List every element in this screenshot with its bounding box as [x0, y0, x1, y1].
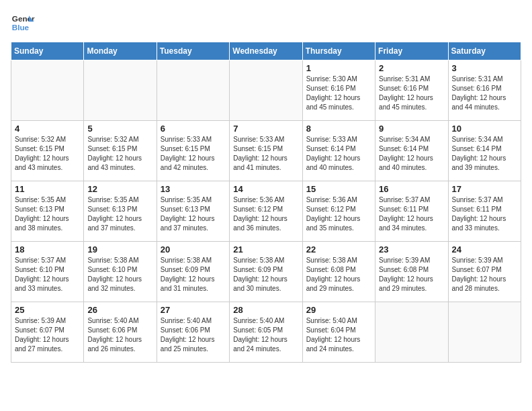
day-info: Sunrise: 5:35 AM Sunset: 6:13 PM Dayligh… [15, 195, 80, 233]
calendar-cell: 20Sunrise: 5:38 AM Sunset: 6:09 PM Dayli… [157, 242, 229, 302]
day-number: 6 [161, 124, 226, 134]
calendar-cell: 8Sunrise: 5:33 AM Sunset: 6:14 PM Daylig… [302, 121, 375, 181]
day-number: 18 [15, 244, 80, 255]
svg-text:General: General [12, 14, 35, 23]
day-number: 9 [379, 124, 444, 134]
day-number: 19 [87, 244, 152, 255]
day-info: Sunrise: 5:34 AM Sunset: 6:14 PM Dayligh… [379, 135, 444, 173]
day-info: Sunrise: 5:32 AM Sunset: 6:15 PM Dayligh… [87, 135, 152, 173]
day-info: Sunrise: 5:35 AM Sunset: 6:13 PM Dayligh… [161, 195, 226, 233]
calendar-cell: 1Sunrise: 5:30 AM Sunset: 6:16 PM Daylig… [302, 60, 375, 121]
calendar-cell: 11Sunrise: 5:35 AM Sunset: 6:13 PM Dayli… [11, 181, 84, 242]
day-info: Sunrise: 5:34 AM Sunset: 6:14 PM Dayligh… [452, 135, 517, 173]
calendar-cell: 27Sunrise: 5:40 AM Sunset: 6:06 PM Dayli… [157, 302, 229, 363]
calendar-header-row: SundayMondayTuesdayWednesdayThursdayFrid… [11, 42, 521, 60]
day-info: Sunrise: 5:38 AM Sunset: 6:10 PM Dayligh… [87, 256, 152, 293]
calendar-cell: 9Sunrise: 5:34 AM Sunset: 6:14 PM Daylig… [375, 121, 448, 181]
day-number: 23 [379, 244, 444, 255]
calendar-cell: 13Sunrise: 5:35 AM Sunset: 6:13 PM Dayli… [157, 181, 229, 242]
calendar-cell: 10Sunrise: 5:34 AM Sunset: 6:14 PM Dayli… [448, 121, 521, 181]
day-info: Sunrise: 5:32 AM Sunset: 6:15 PM Dayligh… [15, 135, 80, 173]
calendar-cell: 19Sunrise: 5:38 AM Sunset: 6:10 PM Dayli… [84, 242, 157, 302]
day-info: Sunrise: 5:33 AM Sunset: 6:15 PM Dayligh… [233, 135, 298, 173]
day-number: 10 [452, 124, 517, 134]
calendar-cell: 2Sunrise: 5:31 AM Sunset: 6:16 PM Daylig… [375, 60, 448, 121]
calendar-cell: 12Sunrise: 5:35 AM Sunset: 6:13 PM Dayli… [84, 181, 157, 242]
week-row-1: 1Sunrise: 5:30 AM Sunset: 6:16 PM Daylig… [11, 60, 521, 121]
day-info: Sunrise: 5:31 AM Sunset: 6:16 PM Dayligh… [452, 75, 517, 112]
header-friday: Friday [375, 42, 448, 60]
calendar-cell: 24Sunrise: 5:39 AM Sunset: 6:07 PM Dayli… [448, 242, 521, 302]
week-row-4: 18Sunrise: 5:37 AM Sunset: 6:10 PM Dayli… [11, 242, 521, 302]
calendar-cell: 7Sunrise: 5:33 AM Sunset: 6:15 PM Daylig… [230, 121, 302, 181]
calendar-cell: 22Sunrise: 5:38 AM Sunset: 6:08 PM Dayli… [302, 242, 375, 302]
calendar-cell: 17Sunrise: 5:37 AM Sunset: 6:11 PM Dayli… [448, 181, 521, 242]
day-info: Sunrise: 5:33 AM Sunset: 6:14 PM Dayligh… [306, 135, 371, 173]
week-row-3: 11Sunrise: 5:35 AM Sunset: 6:13 PM Dayli… [11, 181, 521, 242]
calendar-cell: 25Sunrise: 5:39 AM Sunset: 6:07 PM Dayli… [11, 302, 84, 363]
logo-icon: General Blue [11, 11, 35, 35]
calendar-cell: 21Sunrise: 5:38 AM Sunset: 6:09 PM Dayli… [230, 242, 302, 302]
day-info: Sunrise: 5:38 AM Sunset: 6:08 PM Dayligh… [306, 256, 371, 293]
day-number: 1 [306, 63, 371, 73]
day-info: Sunrise: 5:38 AM Sunset: 6:09 PM Dayligh… [233, 256, 298, 293]
day-number: 26 [87, 305, 152, 315]
day-number: 17 [452, 184, 517, 194]
calendar-cell [230, 60, 302, 121]
day-number: 11 [15, 184, 80, 194]
calendar-cell: 4Sunrise: 5:32 AM Sunset: 6:15 PM Daylig… [11, 121, 84, 181]
day-number: 25 [15, 305, 80, 315]
day-info: Sunrise: 5:35 AM Sunset: 6:13 PM Dayligh… [87, 195, 152, 233]
calendar-cell: 18Sunrise: 5:37 AM Sunset: 6:10 PM Dayli… [11, 242, 84, 302]
day-number: 2 [379, 63, 444, 73]
day-info: Sunrise: 5:40 AM Sunset: 6:06 PM Dayligh… [161, 316, 226, 354]
day-number: 8 [306, 124, 371, 134]
day-info: Sunrise: 5:36 AM Sunset: 6:12 PM Dayligh… [233, 195, 298, 233]
day-info: Sunrise: 5:40 AM Sunset: 6:05 PM Dayligh… [233, 316, 298, 354]
day-info: Sunrise: 5:37 AM Sunset: 6:10 PM Dayligh… [15, 256, 80, 293]
calendar-cell: 23Sunrise: 5:39 AM Sunset: 6:08 PM Dayli… [375, 242, 448, 302]
page-header: General Blue [11, 11, 521, 35]
header-thursday: Thursday [302, 42, 375, 60]
header-tuesday: Tuesday [157, 42, 229, 60]
calendar-cell: 26Sunrise: 5:40 AM Sunset: 6:06 PM Dayli… [84, 302, 157, 363]
calendar-cell [448, 302, 521, 363]
day-number: 14 [233, 184, 298, 194]
calendar-cell: 3Sunrise: 5:31 AM Sunset: 6:16 PM Daylig… [448, 60, 521, 121]
header-sunday: Sunday [11, 42, 84, 60]
day-number: 16 [379, 184, 444, 194]
calendar-cell: 5Sunrise: 5:32 AM Sunset: 6:15 PM Daylig… [84, 121, 157, 181]
day-info: Sunrise: 5:38 AM Sunset: 6:09 PM Dayligh… [161, 256, 226, 293]
day-info: Sunrise: 5:40 AM Sunset: 6:06 PM Dayligh… [87, 316, 152, 354]
day-info: Sunrise: 5:40 AM Sunset: 6:04 PM Dayligh… [306, 316, 371, 354]
calendar-cell: 28Sunrise: 5:40 AM Sunset: 6:05 PM Dayli… [230, 302, 302, 363]
day-number: 5 [87, 124, 152, 134]
day-info: Sunrise: 5:39 AM Sunset: 6:07 PM Dayligh… [15, 316, 80, 354]
day-number: 13 [161, 184, 226, 194]
calendar-cell [157, 60, 229, 121]
day-number: 24 [452, 244, 517, 255]
day-info: Sunrise: 5:37 AM Sunset: 6:11 PM Dayligh… [452, 195, 517, 233]
calendar-cell: 15Sunrise: 5:36 AM Sunset: 6:12 PM Dayli… [302, 181, 375, 242]
calendar-cell [11, 60, 84, 121]
day-number: 15 [306, 184, 371, 194]
calendar-cell: 16Sunrise: 5:37 AM Sunset: 6:11 PM Dayli… [375, 181, 448, 242]
calendar-cell: 14Sunrise: 5:36 AM Sunset: 6:12 PM Dayli… [230, 181, 302, 242]
day-info: Sunrise: 5:37 AM Sunset: 6:11 PM Dayligh… [379, 195, 444, 233]
header-saturday: Saturday [448, 42, 521, 60]
svg-text:Blue: Blue [12, 23, 30, 32]
calendar-cell [84, 60, 157, 121]
day-info: Sunrise: 5:33 AM Sunset: 6:15 PM Dayligh… [161, 135, 226, 173]
day-number: 29 [306, 305, 371, 315]
week-row-2: 4Sunrise: 5:32 AM Sunset: 6:15 PM Daylig… [11, 121, 521, 181]
day-info: Sunrise: 5:31 AM Sunset: 6:16 PM Dayligh… [379, 75, 444, 112]
day-number: 4 [15, 124, 80, 134]
day-info: Sunrise: 5:39 AM Sunset: 6:07 PM Dayligh… [452, 256, 517, 293]
day-number: 28 [233, 305, 298, 315]
calendar-cell: 29Sunrise: 5:40 AM Sunset: 6:04 PM Dayli… [302, 302, 375, 363]
day-number: 20 [161, 244, 226, 255]
header-wednesday: Wednesday [230, 42, 302, 60]
day-info: Sunrise: 5:30 AM Sunset: 6:16 PM Dayligh… [306, 75, 371, 112]
day-info: Sunrise: 5:36 AM Sunset: 6:12 PM Dayligh… [306, 195, 371, 233]
day-number: 7 [233, 124, 298, 134]
